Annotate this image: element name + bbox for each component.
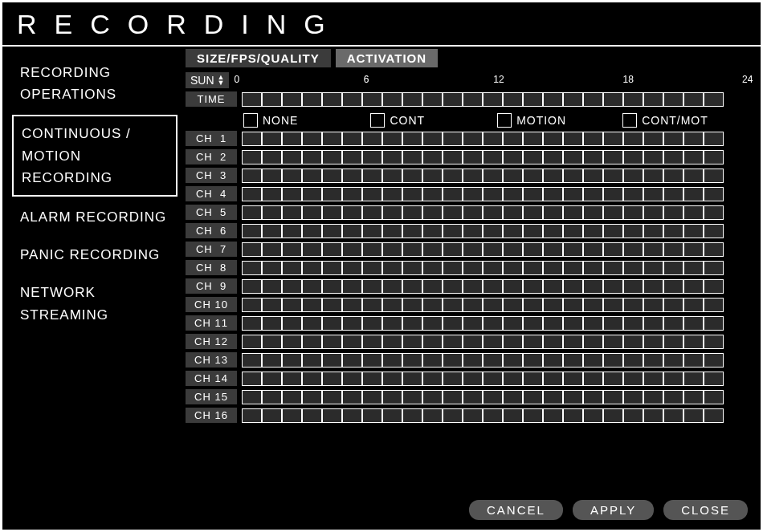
schedule-cell[interactable] [663, 187, 683, 201]
schedule-cell[interactable] [643, 335, 663, 349]
schedule-cell[interactable] [282, 390, 302, 404]
close-button[interactable]: CLOSE [663, 500, 748, 520]
schedule-cell[interactable] [282, 92, 302, 107]
schedule-cell[interactable] [503, 372, 523, 386]
schedule-cell[interactable] [563, 242, 583, 257]
schedule-cell[interactable] [282, 205, 302, 220]
schedule-cell[interactable] [603, 316, 623, 331]
schedule-cell[interactable] [623, 242, 643, 257]
schedule-cell[interactable] [543, 408, 563, 423]
schedule-cell[interactable] [463, 132, 483, 146]
schedule-cell[interactable] [382, 316, 402, 331]
schedule-cell[interactable] [663, 242, 683, 257]
schedule-cell[interactable] [382, 92, 402, 107]
schedule-cell[interactable] [523, 316, 543, 331]
schedule-cell[interactable] [583, 408, 603, 423]
schedule-cell[interactable] [523, 187, 543, 201]
schedule-cell[interactable] [282, 224, 302, 238]
schedule-cell[interactable] [603, 92, 623, 107]
schedule-cell[interactable] [643, 169, 663, 183]
schedule-cell[interactable] [362, 132, 382, 146]
schedule-cell[interactable] [583, 372, 603, 386]
schedule-cell[interactable] [683, 372, 704, 386]
sidebar-item-panic-recording[interactable]: PANIC RECORDING [10, 236, 179, 274]
schedule-cell[interactable] [242, 353, 262, 368]
schedule-cell[interactable] [382, 353, 402, 368]
schedule-cell[interactable] [683, 353, 704, 368]
channel-label[interactable]: CH 6 [186, 223, 237, 238]
schedule-cell[interactable] [463, 205, 483, 220]
schedule-cell[interactable] [322, 187, 342, 201]
schedule-cell[interactable] [563, 372, 583, 386]
schedule-cell[interactable] [523, 169, 543, 183]
schedule-cell[interactable] [503, 169, 523, 183]
schedule-cell[interactable] [282, 316, 302, 331]
schedule-cell[interactable] [704, 187, 724, 201]
schedule-cell[interactable] [683, 242, 704, 257]
schedule-cell[interactable] [242, 261, 262, 275]
schedule-cell[interactable] [382, 298, 402, 312]
channel-label[interactable]: CH 11 [186, 315, 237, 331]
schedule-cell[interactable] [443, 390, 463, 404]
schedule-cell[interactable] [623, 372, 643, 386]
schedule-cell[interactable] [583, 242, 603, 257]
schedule-cell[interactable] [402, 390, 422, 404]
schedule-cell[interactable] [563, 316, 583, 331]
schedule-cell[interactable] [543, 92, 563, 107]
schedule-cell[interactable] [683, 408, 704, 423]
schedule-cell[interactable] [342, 169, 362, 183]
schedule-cell[interactable] [382, 261, 402, 275]
schedule-cell[interactable] [483, 187, 503, 201]
schedule-cell[interactable] [362, 169, 382, 183]
schedule-cell[interactable] [603, 224, 623, 238]
schedule-cell[interactable] [242, 169, 262, 183]
schedule-cell[interactable] [704, 150, 724, 164]
schedule-cell[interactable] [603, 169, 623, 183]
schedule-cell[interactable] [382, 205, 402, 220]
schedule-cell[interactable] [603, 372, 623, 386]
schedule-cell[interactable] [623, 187, 643, 201]
schedule-cell[interactable] [282, 187, 302, 201]
schedule-cell[interactable] [242, 150, 262, 164]
schedule-cell[interactable] [242, 298, 262, 312]
schedule-cell[interactable] [302, 335, 322, 349]
schedule-cell[interactable] [663, 132, 683, 146]
schedule-cell[interactable] [543, 169, 563, 183]
schedule-cell[interactable] [402, 224, 422, 238]
schedule-cell[interactable] [382, 279, 402, 294]
schedule-cell[interactable] [663, 390, 683, 404]
schedule-cell[interactable] [704, 353, 724, 368]
schedule-cell[interactable] [362, 242, 382, 257]
schedule-cell[interactable] [342, 335, 362, 349]
schedule-cell[interactable] [382, 408, 402, 423]
schedule-cell[interactable] [242, 92, 262, 107]
schedule-cell[interactable] [623, 224, 643, 238]
schedule-cell[interactable] [302, 390, 322, 404]
schedule-cell[interactable] [463, 390, 483, 404]
schedule-cell[interactable] [563, 132, 583, 146]
sidebar-item-recording-operations[interactable]: RECORDING OPERATIONS [10, 54, 179, 113]
schedule-cell[interactable] [342, 390, 362, 404]
schedule-cell[interactable] [603, 205, 623, 220]
schedule-cell[interactable] [262, 316, 282, 331]
schedule-cell[interactable] [322, 372, 342, 386]
schedule-cell[interactable] [342, 316, 362, 331]
schedule-cell[interactable] [704, 261, 724, 275]
schedule-cell[interactable] [523, 408, 543, 423]
schedule-cell[interactable] [523, 132, 543, 146]
schedule-cell[interactable] [282, 298, 302, 312]
schedule-cell[interactable] [483, 353, 503, 368]
schedule-cell[interactable] [262, 242, 282, 257]
schedule-cell[interactable] [683, 132, 704, 146]
time-row-label[interactable]: TIME [186, 91, 237, 107]
schedule-cell[interactable] [663, 169, 683, 183]
schedule-cell[interactable] [683, 390, 704, 404]
schedule-cell[interactable] [603, 279, 623, 294]
schedule-cell[interactable] [643, 408, 663, 423]
schedule-cell[interactable] [623, 353, 643, 368]
schedule-cell[interactable] [242, 279, 262, 294]
schedule-cell[interactable] [523, 92, 543, 107]
schedule-cell[interactable] [402, 169, 422, 183]
schedule-cell[interactable] [402, 279, 422, 294]
channel-label[interactable]: CH 8 [186, 260, 237, 275]
